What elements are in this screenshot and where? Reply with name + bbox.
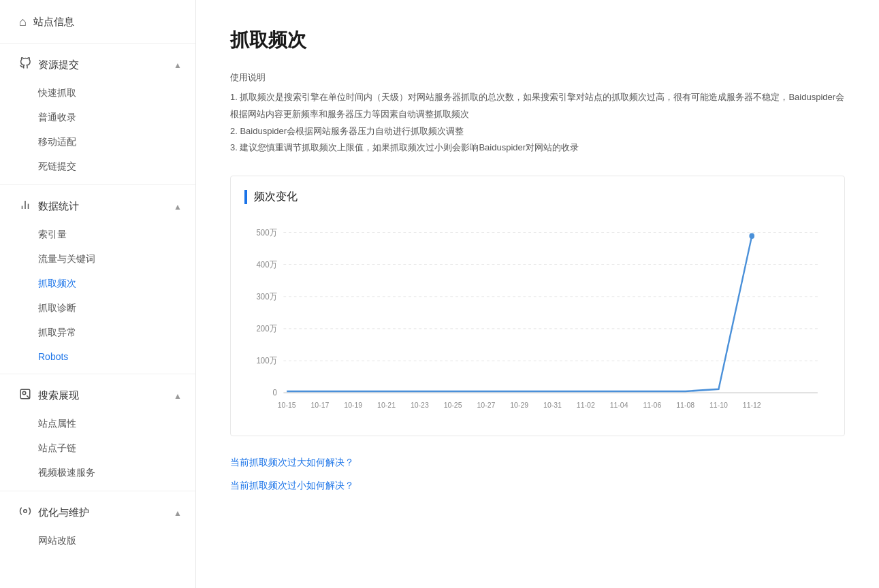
link-too-low[interactable]: 当前抓取频次过小如何解决？ <box>230 480 845 492</box>
svg-text:500万: 500万 <box>256 227 276 238</box>
sidebar-label-site-info: 站点信息 <box>33 16 74 29</box>
svg-text:11-04: 11-04 <box>610 400 628 409</box>
sidebar-item-data-stats[interactable]: 数据统计 ▲ <box>0 191 195 223</box>
svg-text:10-29: 10-29 <box>510 400 528 409</box>
search-display-icon <box>19 388 31 404</box>
sidebar-item-mobile-adapt[interactable]: 移动适配 <box>0 130 195 154</box>
svg-point-34 <box>749 233 754 240</box>
svg-text:10-31: 10-31 <box>543 400 562 409</box>
sidebar-item-robots[interactable]: Robots <box>0 345 195 368</box>
sidebar-item-crawl-freq[interactable]: 抓取频次 <box>0 272 195 296</box>
sidebar-item-crawl-anomaly[interactable]: 抓取异常 <box>0 321 195 345</box>
chevron-search-display: ▲ <box>174 391 182 401</box>
sidebar-item-optimize[interactable]: 优化与维护 ▲ <box>0 497 195 529</box>
sidebar: ⌂ 站点信息 资源提交 ▲ 快速抓取 普通收录 移动适配 死链提交 数据统计 ▲… <box>0 0 196 588</box>
svg-text:10-15: 10-15 <box>278 400 296 409</box>
description-label: 使用说明 <box>230 69 845 85</box>
chevron-data-stats: ▲ <box>174 202 182 212</box>
description-item-1: 1. 抓取频次是搜索引擎在单位时间内（天级）对网站服务器抓取的总次数，如果搜索引… <box>230 89 845 122</box>
sidebar-label-search-display: 搜索展现 <box>38 389 79 402</box>
divider-2 <box>0 184 195 185</box>
svg-text:10-25: 10-25 <box>444 400 462 409</box>
divider-1 <box>0 43 195 44</box>
sidebar-item-site-info[interactable]: ⌂ 站点信息 <box>0 7 195 37</box>
divider-4 <box>0 491 195 491</box>
sidebar-item-video-fast[interactable]: 视频极速服务 <box>0 461 195 485</box>
sidebar-item-dead-link[interactable]: 死链提交 <box>0 154 195 179</box>
chart-section: 频次变化 500万 400万 300万 200万 100万 0 10-15 10… <box>230 176 845 436</box>
svg-text:11-02: 11-02 <box>577 400 595 409</box>
divider-3 <box>0 374 195 374</box>
sidebar-item-site-attr[interactable]: 站点属性 <box>0 412 195 436</box>
svg-text:400万: 400万 <box>256 259 276 270</box>
svg-text:11-12: 11-12 <box>743 400 761 409</box>
chart-svg: 500万 400万 300万 200万 100万 0 10-15 10-17 1… <box>244 218 831 422</box>
chart-title: 频次变化 <box>244 190 831 204</box>
description-section: 使用说明 1. 抓取频次是搜索引擎在单位时间内（天级）对网站服务器抓取的总次数，… <box>230 69 845 157</box>
svg-text:11-10: 11-10 <box>709 400 728 409</box>
sidebar-label-optimize: 优化与维护 <box>38 506 89 519</box>
svg-text:10-17: 10-17 <box>311 400 330 409</box>
chevron-optimize: ▲ <box>174 508 182 518</box>
svg-text:200万: 200万 <box>256 324 276 334</box>
sidebar-label-resource-submit: 资源提交 <box>38 59 79 71</box>
svg-text:10-19: 10-19 <box>344 400 362 409</box>
svg-text:10-21: 10-21 <box>377 400 396 409</box>
svg-text:10-27: 10-27 <box>477 400 495 409</box>
page-title: 抓取频次 <box>230 27 845 53</box>
sidebar-item-fast-crawl[interactable]: 快速抓取 <box>0 81 195 105</box>
chart-container: 500万 400万 300万 200万 100万 0 10-15 10-17 1… <box>244 218 831 422</box>
sidebar-item-normal-collect[interactable]: 普通收录 <box>0 105 195 130</box>
svg-text:11-06: 11-06 <box>643 400 661 409</box>
svg-text:0: 0 <box>272 388 277 398</box>
sidebar-item-crawl-diag[interactable]: 抓取诊断 <box>0 296 195 321</box>
sidebar-item-site-chain[interactable]: 站点子链 <box>0 436 195 461</box>
description-item-3: 3. 建议您慎重调节抓取频次上限值，如果抓取频次过小则会影响Baiduspide… <box>230 140 845 157</box>
stats-icon <box>19 199 31 214</box>
sidebar-item-resource-submit[interactable]: 资源提交 ▲ <box>0 49 195 81</box>
svg-text:10-23: 10-23 <box>411 400 429 409</box>
sidebar-item-site-redesign[interactable]: 网站改版 <box>0 529 195 553</box>
sidebar-item-search-display[interactable]: 搜索展现 ▲ <box>0 380 195 412</box>
svg-text:100万: 100万 <box>256 356 276 366</box>
svg-text:11-08: 11-08 <box>676 400 694 409</box>
svg-text:300万: 300万 <box>256 292 276 302</box>
sidebar-label-data-stats: 数据统计 <box>38 200 79 213</box>
link-too-high[interactable]: 当前抓取频次过大如何解决？ <box>230 457 845 469</box>
description-item-2: 2. Baiduspider会根据网站服务器压力自动进行抓取频次调整 <box>230 123 845 140</box>
sidebar-item-traffic-keywords[interactable]: 流量与关键词 <box>0 247 195 272</box>
svg-point-6 <box>24 510 27 513</box>
main-content: 抓取频次 使用说明 1. 抓取频次是搜索引擎在单位时间内（天级）对网站服务器抓取… <box>196 0 879 588</box>
optimize-icon <box>19 505 31 521</box>
home-icon: ⌂ <box>19 15 27 29</box>
chevron-resource-submit: ▲ <box>174 61 182 70</box>
sidebar-item-index[interactable]: 索引量 <box>0 223 195 247</box>
links-section: 当前抓取频次过大如何解决？ 当前抓取频次过小如何解决？ <box>230 450 845 510</box>
submit-icon <box>19 57 31 73</box>
svg-point-4 <box>22 391 26 395</box>
